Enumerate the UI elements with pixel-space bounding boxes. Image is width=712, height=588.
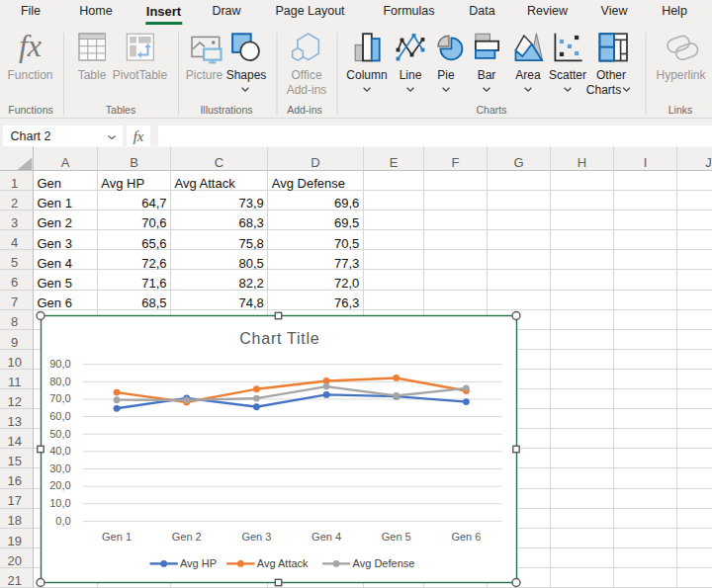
svg-text:30,0: 30,0 <box>49 462 70 474</box>
svg-text:Pie: Pie <box>437 68 455 82</box>
svg-text:60,0: 60,0 <box>49 410 70 422</box>
svg-text:PivotTable: PivotTable <box>113 68 168 82</box>
svg-text:70,0: 70,0 <box>49 392 70 404</box>
svg-text:74,8: 74,8 <box>238 295 263 310</box>
svg-text:73,9: 73,9 <box>238 196 263 210</box>
svg-text:Other: Other <box>596 68 626 82</box>
svg-text:15: 15 <box>7 454 21 468</box>
svg-text:19: 19 <box>7 534 21 548</box>
svg-text:50,0: 50,0 <box>49 428 70 440</box>
svg-text:0,0: 0,0 <box>55 515 70 527</box>
svg-text:21: 21 <box>7 573 21 588</box>
svg-text:64,7: 64,7 <box>141 196 166 210</box>
svg-text:2: 2 <box>11 196 18 210</box>
svg-text:69,6: 69,6 <box>334 196 359 210</box>
svg-text:G: G <box>513 155 523 170</box>
svg-text:4: 4 <box>11 235 18 250</box>
svg-text:18: 18 <box>7 513 21 528</box>
svg-text:17: 17 <box>7 493 21 508</box>
svg-text:77,3: 77,3 <box>334 256 359 271</box>
svg-text:D: D <box>311 155 319 170</box>
svg-text:F: F <box>452 155 460 170</box>
svg-text:Links: Links <box>668 104 693 116</box>
svg-text:80,5: 80,5 <box>238 256 263 271</box>
svg-text:J: J <box>705 155 712 170</box>
svg-text:12: 12 <box>7 394 21 409</box>
svg-text:Add-ins: Add-ins <box>287 104 322 116</box>
svg-text:Tables: Tables <box>106 104 135 116</box>
svg-text:76,3: 76,3 <box>334 295 359 310</box>
svg-text:Avg Attack: Avg Attack <box>175 176 236 191</box>
svg-text:Scatter: Scatter <box>549 68 586 82</box>
svg-text:Area: Area <box>515 68 541 82</box>
svg-text:Bar: Bar <box>478 68 496 82</box>
svg-text:Gen 4: Gen 4 <box>312 531 341 543</box>
svg-text:E: E <box>390 155 399 170</box>
svg-text:9: 9 <box>11 335 18 350</box>
svg-text:Avg HP: Avg HP <box>180 557 217 569</box>
svg-text:Shapes: Shapes <box>226 68 267 82</box>
svg-text:14: 14 <box>7 434 21 449</box>
svg-text:Gen: Gen <box>38 176 62 191</box>
svg-text:75,8: 75,8 <box>238 236 263 251</box>
svg-text:Chart Title: Chart Title <box>239 330 319 347</box>
svg-text:Avg Attack: Avg Attack <box>257 557 309 569</box>
svg-text:11: 11 <box>8 375 22 389</box>
svg-text:Gen 2: Gen 2 <box>172 531 202 543</box>
svg-text:68,3: 68,3 <box>238 215 263 230</box>
svg-text:Gen 3: Gen 3 <box>241 531 271 543</box>
svg-text:Charts: Charts <box>586 83 621 97</box>
svg-text:Add-ins: Add-ins <box>287 83 327 97</box>
svg-text:H: H <box>578 155 586 170</box>
svg-text:Gen 6: Gen 6 <box>451 531 481 543</box>
svg-text:Gen 2: Gen 2 <box>38 215 72 230</box>
svg-text:71,6: 71,6 <box>141 276 166 291</box>
svg-text:10,0: 10,0 <box>49 497 70 509</box>
svg-text:65,6: 65,6 <box>141 236 166 251</box>
svg-text:Table: Table <box>78 68 107 82</box>
svg-text:Hyperlink: Hyperlink <box>656 68 706 82</box>
svg-text:16: 16 <box>7 473 21 488</box>
svg-text:69,5: 69,5 <box>334 215 359 230</box>
svg-text:Gen 1: Gen 1 <box>102 531 132 543</box>
svg-text:13: 13 <box>7 414 21 429</box>
svg-text:Line: Line <box>400 68 422 82</box>
svg-text:Avg HP: Avg HP <box>101 176 144 191</box>
svg-text:fx: fx <box>19 28 42 63</box>
svg-text:Charts: Charts <box>477 104 507 116</box>
svg-text:Gen 3: Gen 3 <box>38 236 72 251</box>
svg-text:72,6: 72,6 <box>141 256 166 271</box>
svg-text:10: 10 <box>7 355 21 370</box>
svg-text:5: 5 <box>11 255 18 270</box>
svg-text:Avg Defense: Avg Defense <box>272 176 345 191</box>
svg-text:20,0: 20,0 <box>49 479 70 491</box>
svg-text:B: B <box>130 155 138 170</box>
svg-text:Gen 4: Gen 4 <box>38 256 72 271</box>
svg-text:68,5: 68,5 <box>141 295 166 310</box>
svg-text:A: A <box>61 155 70 170</box>
svg-text:Function: Function <box>7 68 52 82</box>
svg-text:Gen 5: Gen 5 <box>382 531 411 543</box>
svg-text:Avg Defense: Avg Defense <box>353 557 415 569</box>
svg-text:fx: fx <box>133 128 143 144</box>
svg-text:C: C <box>215 155 223 170</box>
svg-text:Functions: Functions <box>8 104 53 116</box>
svg-text:Office: Office <box>291 68 321 82</box>
svg-text:7: 7 <box>11 294 18 309</box>
svg-text:20: 20 <box>7 553 21 568</box>
svg-text:Column: Column <box>346 68 387 82</box>
svg-text:Gen 6: Gen 6 <box>38 295 72 310</box>
svg-text:Picture: Picture <box>186 68 223 82</box>
svg-text:40,0: 40,0 <box>49 445 70 457</box>
svg-text:I: I <box>644 155 648 170</box>
svg-text:80,0: 80,0 <box>49 376 70 387</box>
svg-text:1: 1 <box>11 176 18 191</box>
svg-text:Gen 5: Gen 5 <box>38 276 72 291</box>
svg-text:8: 8 <box>11 314 18 329</box>
svg-text:6: 6 <box>11 275 18 290</box>
svg-text:3: 3 <box>11 215 18 230</box>
svg-text:82,2: 82,2 <box>238 276 263 291</box>
svg-text:70,6: 70,6 <box>141 215 166 230</box>
svg-text:70,5: 70,5 <box>334 236 359 251</box>
svg-text:Gen 1: Gen 1 <box>38 196 72 210</box>
